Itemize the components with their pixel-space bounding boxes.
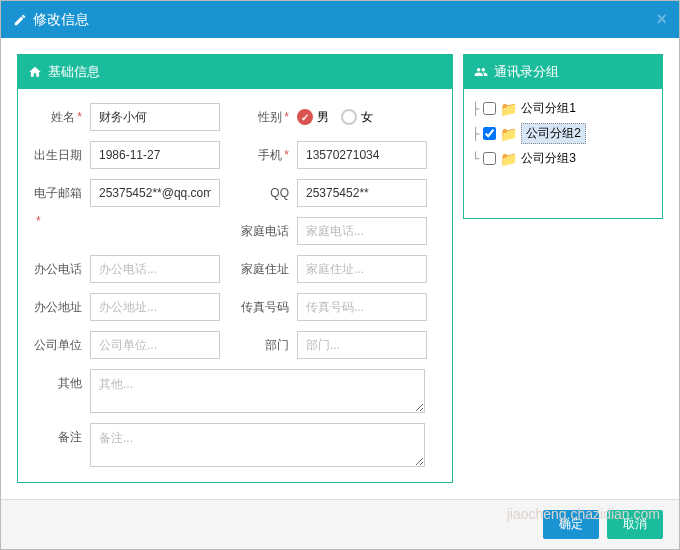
email-input[interactable]: [90, 179, 220, 207]
label-name: 姓名*: [28, 103, 90, 131]
label-remark: 备注: [28, 423, 90, 451]
tree-item[interactable]: ├ 📁 公司分组2: [472, 120, 654, 147]
tree-connector-icon: ├: [472, 127, 479, 141]
label-dept: 部门: [235, 331, 297, 359]
modal-header: 修改信息 ×: [1, 1, 679, 38]
label-other: 其他: [28, 369, 90, 397]
panel-basic-info: 基础信息 姓名* 性别* 男 女: [17, 54, 453, 483]
officephone-input[interactable]: [90, 255, 220, 283]
cancel-button[interactable]: 取消: [607, 510, 663, 539]
label-homeaddr: 家庭住址: [235, 255, 297, 283]
modal-edit-info: 修改信息 × 基础信息 姓名* 性别* 男: [0, 0, 680, 550]
label-mobile: 手机*: [235, 141, 297, 169]
tree-item[interactable]: ├ 📁 公司分组1: [472, 97, 654, 120]
tree-connector-icon: └: [472, 152, 479, 166]
label-homephone: 家庭电话: [235, 217, 297, 245]
edit-icon: [13, 13, 27, 27]
radio-checked-icon: [297, 109, 313, 125]
other-textarea[interactable]: [90, 369, 425, 413]
ok-button[interactable]: 确定: [543, 510, 599, 539]
label-birthdate: 出生日期: [28, 141, 90, 169]
folder-icon: 📁: [500, 101, 517, 117]
fax-input[interactable]: [297, 293, 427, 321]
gender-radio-group: 男 女: [297, 103, 373, 131]
label-email: 电子邮箱*: [28, 179, 90, 207]
group-checkbox[interactable]: [483, 102, 496, 115]
modal-footer: 确定 取消: [1, 499, 679, 549]
name-input[interactable]: [90, 103, 220, 131]
birthdate-input[interactable]: [90, 141, 220, 169]
folder-icon: 📁: [500, 151, 517, 167]
folder-icon: 📁: [500, 126, 517, 142]
modal-title: 修改信息: [33, 11, 89, 29]
label-qq: QQ: [235, 179, 297, 207]
group-tree: ├ 📁 公司分组1 ├ 📁 公司分组2 └ 📁: [472, 97, 654, 170]
label-gender: 性别*: [235, 103, 297, 131]
company-input[interactable]: [90, 331, 220, 359]
modal-body: 基础信息 姓名* 性别* 男 女: [1, 38, 679, 499]
group-checkbox[interactable]: [483, 127, 496, 140]
label-fax: 传真号码: [235, 293, 297, 321]
group-label: 公司分组1: [521, 100, 576, 117]
remark-textarea[interactable]: [90, 423, 425, 467]
panel-basic-header: 基础信息: [18, 55, 452, 89]
group-checkbox[interactable]: [483, 152, 496, 165]
label-officephone: 办公电话: [28, 255, 90, 283]
qq-input[interactable]: [297, 179, 427, 207]
officeaddr-input[interactable]: [90, 293, 220, 321]
tree-connector-icon: ├: [472, 102, 479, 116]
dept-input[interactable]: [297, 331, 427, 359]
radio-male[interactable]: 男: [297, 109, 329, 126]
radio-female[interactable]: 女: [341, 109, 373, 126]
label-company: 公司单位: [28, 331, 90, 359]
group-label: 公司分组2: [521, 123, 586, 144]
mobile-input[interactable]: [297, 141, 427, 169]
homephone-input[interactable]: [297, 217, 427, 245]
group-label: 公司分组3: [521, 150, 576, 167]
users-icon: [474, 65, 488, 79]
homeaddr-input[interactable]: [297, 255, 427, 283]
label-officeaddr: 办公地址: [28, 293, 90, 321]
radio-unchecked-icon: [341, 109, 357, 125]
panel-groups-header: 通讯录分组: [464, 55, 662, 89]
close-icon[interactable]: ×: [656, 9, 667, 30]
panel-groups: 通讯录分组 ├ 📁 公司分组1 ├ 📁 公司分组2: [463, 54, 663, 219]
home-icon: [28, 65, 42, 79]
tree-item[interactable]: └ 📁 公司分组3: [472, 147, 654, 170]
